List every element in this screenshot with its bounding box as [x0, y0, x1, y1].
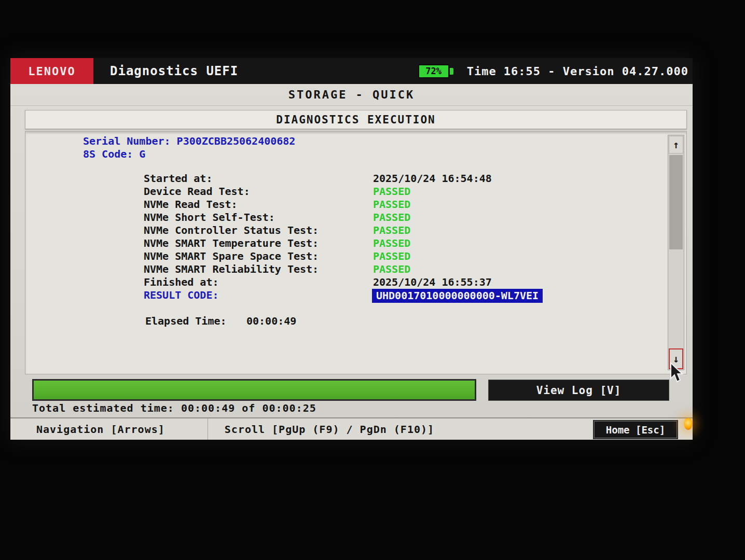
- test-label: Device Read Test:: [144, 185, 250, 198]
- test-label: Started at:: [144, 172, 212, 185]
- elapsed-time-value: 00:00:49: [246, 315, 296, 327]
- test-label: NVMe SMART Temperature Test:: [144, 237, 319, 249]
- test-row: RESULT CODE:UHD0017010000000000-WL7VEI: [25, 289, 686, 302]
- home-button[interactable]: Home [Esc]: [594, 421, 677, 438]
- arrow-up-icon: ↑: [673, 138, 679, 151]
- test-row: NVMe Controller Status Test:PASSED: [25, 224, 686, 237]
- test-label: NVMe Short Self-Test:: [144, 211, 275, 223]
- test-label: NVMe Read Test:: [144, 198, 238, 211]
- diagnostics-screen: LENOVO Diagnostics UEFI 72% Time 16:55 -…: [10, 58, 693, 440]
- test-value: PASSED: [373, 224, 410, 236]
- test-value: 2025/10/24 16:54:48: [373, 172, 492, 185]
- view-log-button[interactable]: View Log [V]: [488, 380, 669, 401]
- scrollbar-thumb[interactable]: [669, 155, 683, 249]
- total-estimated-time: Total estimated time: 00:00:49 of 00:00:…: [32, 402, 316, 414]
- battery-percent: 72%: [418, 64, 449, 78]
- 8s-code-line: 8S Code: G: [83, 148, 295, 161]
- test-row: NVMe Read Test:PASSED: [25, 198, 686, 211]
- test-row: Device Read Test:PASSED: [25, 185, 686, 198]
- lenovo-logo: LENOVO: [10, 58, 93, 84]
- nav-divider: [208, 418, 208, 440]
- serial-number-line: Serial Number: P300ZCBB25062400682: [83, 135, 295, 148]
- elapsed-time-label: Elapsed Time:: [145, 315, 227, 327]
- execution-title: DIAGNOSTICS EXECUTION: [276, 114, 436, 126]
- results-panel: Serial Number: P300ZCBB25062400682 8S Co…: [25, 131, 687, 374]
- test-label: NVMe SMART Reliability Test:: [144, 263, 319, 275]
- test-label: NVMe SMART Spare Space Test:: [144, 250, 319, 262]
- result-code-value: UHD0017010000000000-WL7VEI: [372, 289, 543, 303]
- time-version-label: Time 16:55 - Version 04.27.000: [467, 65, 688, 78]
- section-header: STORAGE - QUICK: [10, 84, 693, 106]
- app-title: Diagnostics UEFI: [110, 64, 238, 78]
- topbar-status: 72% Time 16:55 - Version 04.27.000: [418, 64, 693, 78]
- scroll-up-button[interactable]: ↑: [669, 136, 683, 153]
- test-value: PASSED: [373, 263, 410, 275]
- battery-tip: [450, 68, 453, 75]
- bottom-nav-bar: Navigation [Arrows] Scroll [PgUp (F9) / …: [10, 417, 693, 440]
- mouse-cursor: [667, 362, 686, 384]
- device-identity: Serial Number: P300ZCBB25062400682 8S Co…: [83, 135, 295, 161]
- test-value: PASSED: [373, 198, 410, 211]
- test-row: Finished at:2025/10/24 16:55:37: [25, 276, 686, 289]
- test-value: PASSED: [373, 237, 410, 249]
- top-bar: LENOVO Diagnostics UEFI 72% Time 16:55 -…: [10, 58, 693, 84]
- test-value: 2025/10/24 16:55:37: [373, 276, 492, 288]
- navigation-hint: Navigation [Arrows]: [36, 423, 165, 436]
- execution-title-band: DIAGNOSTICS EXECUTION: [25, 110, 687, 129]
- scroll-hint: Scroll [PgUp (F9) / PgDn (F10)]: [225, 423, 434, 436]
- test-value: PASSED: [373, 211, 410, 223]
- test-results-list: Started at:2025/10/24 16:54:48Device Rea…: [25, 172, 686, 302]
- test-value: PASSED: [373, 185, 410, 198]
- test-value: PASSED: [373, 250, 410, 262]
- test-row: NVMe SMART Reliability Test:PASSED: [25, 263, 686, 276]
- test-label: NVMe Controller Status Test:: [144, 224, 319, 236]
- battery-icon: 72%: [418, 64, 453, 78]
- test-row: NVMe SMART Spare Space Test:PASSED: [25, 250, 686, 263]
- progress-bar: [32, 379, 476, 401]
- scrollbar[interactable]: ↑ ↓: [668, 135, 684, 370]
- test-row: NVMe Short Self-Test:PASSED: [25, 211, 686, 224]
- test-label: Finished at:: [144, 276, 219, 288]
- test-row: NVMe SMART Temperature Test:PASSED: [25, 237, 686, 250]
- test-row: Started at:2025/10/24 16:54:48: [25, 172, 686, 185]
- test-label: RESULT CODE:: [144, 289, 219, 301]
- progress-fill: [34, 381, 475, 399]
- section-title: STORAGE - QUICK: [288, 88, 415, 101]
